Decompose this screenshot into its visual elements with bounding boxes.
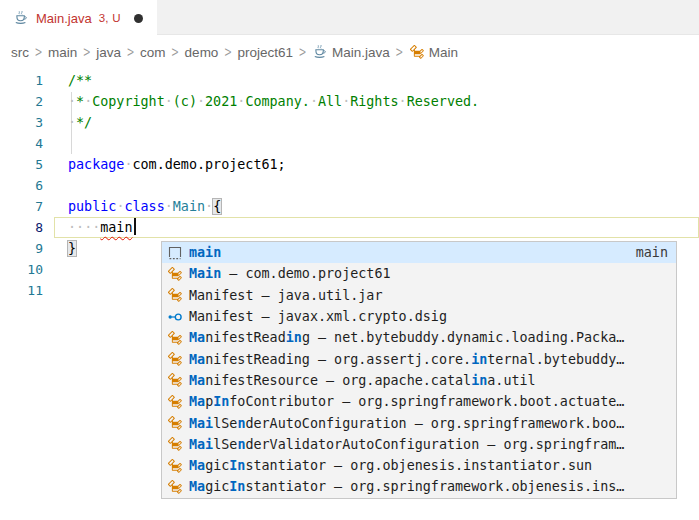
suggestion-item[interactable]: MailSenderAutoConfiguration – org.spring… — [162, 412, 676, 433]
suggestion-item[interactable]: mainmain — [162, 242, 676, 263]
chevron-right-icon: > — [172, 43, 179, 61]
breadcrumb-item-main[interactable]: main — [48, 45, 77, 60]
breadcrumb-item-project61[interactable]: project61 — [237, 45, 293, 60]
suggestion-item[interactable]: MailSenderValidatorAutoConfiguration – o… — [162, 434, 676, 455]
class-icon — [167, 266, 183, 282]
suggestion-label: MagicInstantiator — [189, 458, 326, 473]
interface-icon — [167, 309, 183, 325]
class-icon — [167, 436, 183, 452]
class-icon — [167, 394, 183, 410]
suggestion-label: Main — [189, 266, 221, 281]
suggestion-item[interactable]: MagicInstantiator – org.springframework.… — [162, 476, 676, 497]
code-text: package·com.demo.project61; — [68, 154, 286, 175]
chevron-right-icon: > — [127, 43, 134, 61]
suggestion-detail: – org.objenesis.instantiator.sun — [326, 458, 592, 473]
suggestion-label: main — [189, 245, 221, 260]
breadcrumb: src>main>java>com>demo>project61>Main.ja… — [0, 35, 699, 69]
suggestion-label: Manifest — [189, 288, 254, 303]
code-text: } — [68, 238, 76, 259]
class-icon — [167, 351, 183, 367]
line-number[interactable]: 4 — [0, 133, 43, 154]
chevron-right-icon: > — [224, 43, 231, 61]
breadcrumb-item-src[interactable]: src — [11, 45, 29, 60]
code-text: ·*/ — [68, 112, 92, 133]
class-icon — [167, 372, 183, 388]
suggestion-item[interactable]: Manifest – java.util.jar — [162, 285, 676, 306]
class-icon — [167, 330, 183, 346]
breadcrumb-item-demo[interactable]: demo — [185, 45, 219, 60]
line-number[interactable]: 8 — [0, 217, 43, 238]
suggestion-detail: – javax.xml.crypto.dsig — [254, 309, 447, 324]
line-number[interactable]: 3 — [0, 112, 43, 133]
class-icon — [167, 415, 183, 431]
suggestion-detail: – org.apache.catalina.util — [318, 373, 536, 388]
suggestion-label: ManifestReading — [189, 330, 310, 345]
line-number[interactable]: 1 — [0, 70, 43, 91]
code-line-3[interactable]: 3·*/ — [0, 112, 699, 133]
tab-bar: Main.java 3, U — [0, 0, 699, 35]
suggestion-label: ManifestResource — [189, 373, 318, 388]
suggestion-label: Manifest — [189, 309, 254, 324]
suggestion-item[interactable]: ManifestResource – org.apache.catalina.u… — [162, 370, 676, 391]
suggestion-detail: – org.springframework.boot.actuate… — [334, 394, 624, 409]
code-line-2[interactable]: 2·*·Copyright·(c)·2021·Company.·All·Righ… — [0, 91, 699, 112]
suggestion-detail: – net.bytebuddy.dynamic.loading.Packa… — [310, 330, 624, 345]
line-number[interactable]: 7 — [0, 196, 43, 217]
class-icon — [409, 44, 425, 60]
suggestion-item[interactable]: ManifestReading – org.assertj.core.inter… — [162, 348, 676, 369]
suggestion-item[interactable]: ManifestReading – net.bytebuddy.dynamic.… — [162, 327, 676, 348]
chevron-right-icon: > — [396, 43, 403, 61]
suggestion-label: MailSenderAutoConfiguration — [189, 416, 407, 431]
chevron-right-icon: > — [35, 43, 42, 61]
code-line-5[interactable]: 5package·com.demo.project61; — [0, 154, 699, 175]
suggestion-detail: – org.springframework.objenesis.ins… — [326, 479, 624, 494]
breadcrumb-item-main[interactable]: Main — [409, 44, 458, 60]
code-line-8[interactable]: 8····main — [0, 217, 699, 238]
code-text: ·*·Copyright·(c)·2021·Company.·All·Right… — [68, 91, 479, 112]
code-text: ····main — [68, 217, 136, 238]
breadcrumb-item-main-java[interactable]: Main.java — [312, 44, 390, 60]
class-icon — [167, 458, 183, 474]
class-icon — [167, 479, 183, 495]
line-number[interactable]: 5 — [0, 154, 43, 175]
line-number[interactable]: 2 — [0, 91, 43, 112]
suggestion-item[interactable]: MagicInstantiator – org.objenesis.instan… — [162, 455, 676, 476]
tab-title: Main.java — [36, 11, 92, 26]
chevron-right-icon: > — [299, 43, 306, 61]
intellisense-popup: mainmainMain – com.demo.project61Manifes… — [161, 241, 677, 499]
code-line-4[interactable]: 4 — [0, 133, 699, 154]
code-line-6[interactable]: 6 — [0, 175, 699, 196]
line-number[interactable]: 9 — [0, 238, 43, 259]
suggestion-item[interactable]: MapInfoContributor – org.springframework… — [162, 391, 676, 412]
java-icon — [312, 44, 328, 60]
suggestion-detail: – java.util.jar — [254, 288, 383, 303]
line-number[interactable]: 10 — [0, 259, 43, 280]
suggestion-right-detail: main — [624, 245, 668, 260]
java-icon — [13, 10, 29, 26]
chevron-right-icon: > — [83, 43, 90, 61]
tab-problems-badge: 3, U — [99, 12, 121, 24]
suggestion-label: MapInfoContributor — [189, 394, 334, 409]
tab-main-java[interactable]: Main.java 3, U — [0, 0, 157, 36]
suggestion-label: MagicInstantiator — [189, 479, 326, 494]
line-number[interactable]: 6 — [0, 175, 43, 196]
suggestion-label: MailSenderValidatorAutoConfiguration — [189, 437, 479, 452]
suggestion-detail: – org.springfram… — [479, 437, 624, 452]
code-line-7[interactable]: 7public·class·Main·{ — [0, 196, 699, 217]
suggestion-label: ManifestReading — [189, 352, 310, 367]
text-cursor — [134, 218, 136, 235]
suggestion-detail: – org.assertj.core.internal.bytebuddy… — [310, 352, 624, 367]
breadcrumb-item-java[interactable]: java — [96, 45, 121, 60]
breadcrumb-item-com[interactable]: com — [140, 45, 166, 60]
suggestion-detail: – org.springframework.boo… — [407, 416, 625, 431]
snippet-icon — [167, 245, 183, 261]
code-text: public·class·Main·{ — [68, 196, 221, 217]
suggestion-item[interactable]: Manifest – javax.xml.crypto.dsig — [162, 306, 676, 327]
code-text: /** — [68, 70, 92, 91]
suggestion-item[interactable]: Main – com.demo.project61 — [162, 263, 676, 284]
code-line-1[interactable]: 1/** — [0, 70, 699, 91]
modified-dot-icon[interactable] — [134, 14, 143, 23]
class-icon — [167, 287, 183, 303]
suggestion-detail: – com.demo.project61 — [221, 266, 390, 281]
line-number[interactable]: 11 — [0, 280, 43, 301]
